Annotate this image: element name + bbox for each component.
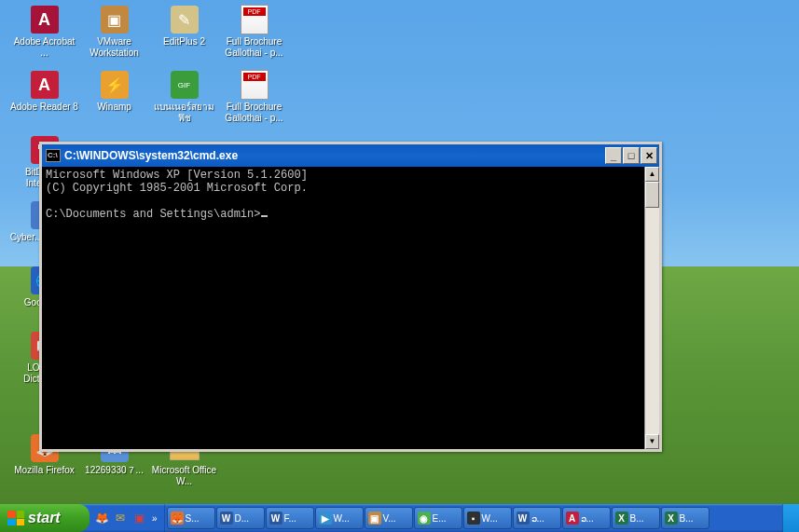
task-icon: X [665,512,678,525]
ql-ql-firefox[interactable]: 🦊 [93,510,110,526]
close-button[interactable]: ✕ [641,147,657,164]
app-icon: ▣ [101,6,129,34]
task-icon: A [566,512,579,525]
task-t-word1[interactable]: WD... [216,507,265,529]
icon-label: VMware Workstation [79,36,149,59]
icon-label: Adobe Reader 8 [10,102,78,113]
task-t-excel2[interactable]: XB... [661,507,709,529]
task-icon: W [220,512,233,525]
icon-label: Mozilla Firefox [14,465,74,476]
cursor-icon [261,215,268,217]
icon-label: Microsoft Office W... [149,465,219,487]
task-label: ວ... [531,513,544,524]
icon-label: 12269330７... [85,465,144,476]
task-label: B... [680,513,694,524]
ql-ql-outlook[interactable]: ✉ [112,510,129,526]
cmd-titlebar[interactable]: C:\ C:\WINDOWS\system32\cmd.exe _ □ ✕ [42,144,659,167]
maximize-button[interactable]: □ [623,147,640,164]
task-t-adobe[interactable]: Aວ... [562,507,611,529]
adobe-icon: A [31,6,59,34]
start-button[interactable]: start [0,504,90,532]
scroll-down-icon[interactable]: ▼ [645,434,659,449]
icon-label: Adobe Acrobat ... [9,36,79,59]
task-icon: ▪ [467,512,480,525]
pdf-icon [241,70,269,100]
scroll-track[interactable] [645,182,659,434]
adobe-icon: A [31,71,59,99]
task-t-word2[interactable]: WF... [266,507,314,529]
cmd-terminal[interactable]: Microsoft Windows XP [Version 5.1.2600] … [42,167,644,449]
icon-label: Full Brochure Gallothai - p... [219,36,289,59]
desktop-icon-banner-siam[interactable]: GIFแบนเนอร์สยาม ฟิช [149,70,219,124]
task-label: W... [482,513,498,524]
cmd-title: C:\WINDOWS\system32\cmd.exe [64,149,605,162]
task-t-wmp[interactable]: ▶W... [315,507,364,529]
cmd-prompt: C:\Documents and Settings\admin> [46,208,260,221]
task-label: F... [284,513,296,524]
desktop-icon-brochure1[interactable]: Full Brochure Gallothai - p... [219,5,289,59]
task-label: S... [186,513,200,524]
ql-chevron-icon[interactable]: » [149,513,160,524]
task-icon: ◉ [418,512,431,525]
cmd-line: Microsoft Windows XP [Version 5.1.2600] [46,169,308,182]
task-label: E... [433,513,447,524]
task-t-vmware[interactable]: ▣V... [365,507,413,529]
icon-label: EditPlus 2 [163,36,205,48]
task-label: ວ... [581,513,594,524]
app-icon: GIF [171,71,199,99]
desktop-icon-editplus[interactable]: ✎EditPlus 2 [149,5,219,48]
start-label: start [28,510,61,526]
pdf-icon [241,5,269,34]
task-icon: 🦊 [171,512,184,525]
app-icon: ⚡ [101,71,129,99]
ql-ql-red[interactable]: ▣ [131,510,147,526]
icon-label: Winamp [97,102,131,113]
desktop-icon-adobe-acrobat[interactable]: AAdobe Acrobat ... [9,5,79,59]
task-t-firefox[interactable]: 🦊S... [167,507,215,529]
scrollbar[interactable]: ▲ ▼ [644,167,659,449]
icon-label: แบนเนอร์สยาม ฟิช [149,102,219,124]
quick-launch: 🦊✉▣» [90,504,165,532]
task-t-chrome[interactable]: ◉E... [414,507,462,529]
scroll-up-icon[interactable]: ▲ [645,167,659,182]
windows-logo-icon [7,511,24,525]
task-icon: X [615,512,628,525]
taskbar: start 🦊✉▣» 🦊S...WD...WF...▶W...▣V...◉E..… [0,504,799,532]
taskbar-tasks: 🦊S...WD...WF...▶W...▣V...◉E...▪W...Wວ...… [165,504,782,532]
task-icon: ▣ [368,512,381,525]
task-t-cmd[interactable]: ▪W... [463,507,512,529]
task-label: B... [630,513,644,524]
desktop-icon-winamp[interactable]: ⚡Winamp [79,70,149,113]
cmd-icon: C:\ [46,149,61,162]
desktop-icon-brochure2[interactable]: Full Brochure Gallothai - p... [219,70,289,124]
task-t-excel1[interactable]: XB... [612,507,660,529]
task-t-word3[interactable]: Wວ... [513,507,561,529]
desktop-icon-adobe-reader[interactable]: AAdobe Reader 8 [9,70,79,113]
minimize-button[interactable]: _ [605,147,622,164]
desktop-icon-vmware[interactable]: ▣VMware Workstation [79,5,149,59]
app-icon: ✎ [171,6,199,34]
task-label: W... [334,513,350,524]
system-tray[interactable] [782,504,799,532]
task-label: V... [383,513,396,524]
cmd-window: C:\ C:\WINDOWS\system32\cmd.exe _ □ ✕ Mi… [39,142,662,452]
cmd-line: (C) Copyright 1985-2001 Microsoft Corp. [46,182,308,195]
scroll-thumb[interactable] [645,182,659,208]
task-icon: W [269,512,282,525]
task-icon: ▶ [319,512,332,525]
task-label: D... [235,513,250,524]
task-icon: W [517,512,530,525]
icon-label: Full Brochure Gallothai - p... [219,102,289,124]
